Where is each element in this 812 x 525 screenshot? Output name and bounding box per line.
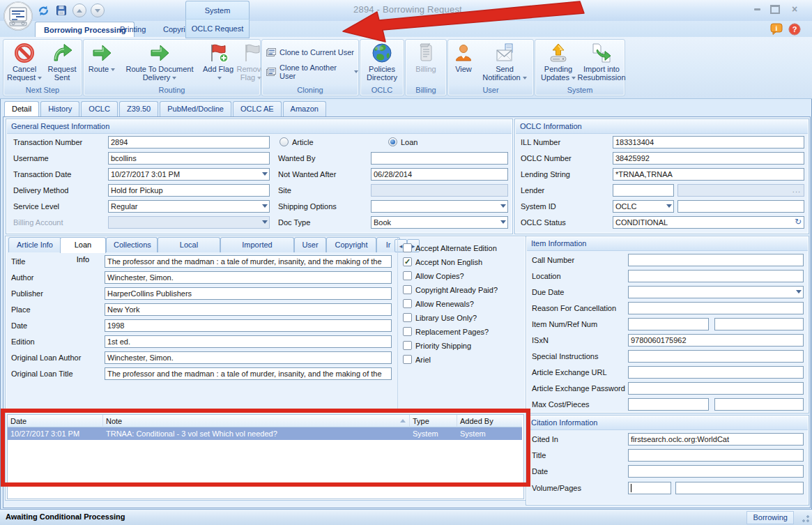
tab-history[interactable]: History [40, 101, 79, 116]
shipping-options-combo[interactable] [371, 200, 508, 213]
policies-directory-button[interactable]: Policies Directory [362, 42, 401, 85]
system-id-combo[interactable]: OCLC [613, 200, 674, 213]
notes-column-added-by[interactable]: Added By [457, 415, 522, 427]
copyright-already-paid-checkbox[interactable]: ✓ [403, 285, 412, 294]
dropdown-arrow-icon[interactable] [500, 220, 506, 224]
transaction-date-combo[interactable]: 10/27/2017 3:01 PM [108, 168, 270, 181]
article-exchange-url-field[interactable] [628, 366, 804, 379]
route-to-document-delivery-button[interactable]: Route To Document Delivery [118, 42, 201, 85]
tab-oclc-ae[interactable]: OCLC AE [233, 101, 282, 116]
notes-column-type[interactable]: Type [410, 415, 457, 427]
clone-to-another-user-button[interactable]: Clone to Another User [266, 65, 358, 79]
dropdown-arrow-icon[interactable] [796, 290, 802, 294]
citation-date-field[interactable] [628, 465, 804, 478]
subtab-local-holdings[interactable]: Local Holdings [158, 237, 220, 252]
item-num-field[interactable] [628, 318, 709, 330]
pending-updates-button[interactable]: Pending Updates [538, 42, 579, 85]
tab-printing[interactable]: Printing [112, 22, 154, 37]
next-request-button[interactable] [91, 3, 105, 17]
subtab-collections[interactable]: Collections [106, 237, 158, 252]
ariel-checkbox[interactable]: ✓ [403, 355, 412, 364]
special-instructions-field[interactable] [628, 350, 804, 363]
feedback-button[interactable]: i [770, 23, 783, 35]
priority-shipping-checkbox[interactable]: ✓ [403, 341, 412, 350]
tab-oclc-request[interactable]: OCLC Request [185, 19, 250, 38]
username-field[interactable]: bcollins [108, 152, 270, 165]
cited-in-field[interactable]: firstsearch.oclc.org:WorldCat [628, 433, 804, 446]
volume-field[interactable] [628, 482, 671, 494]
subtab-article-info[interactable]: Article Info [8, 237, 61, 252]
note-added-by-cell[interactable]: System [457, 427, 522, 440]
publisher-field[interactable]: HarperCollins Publishers [105, 287, 392, 300]
previous-request-button[interactable] [72, 3, 86, 17]
ill-number-field[interactable]: 183313404 [613, 136, 804, 149]
article-exchange-password-field[interactable] [628, 382, 804, 395]
subtab-imported-request[interactable]: Imported Request [220, 237, 294, 252]
edition-field[interactable]: 1st ed. [105, 335, 392, 348]
notes-column-note[interactable]: Note [103, 415, 410, 427]
close-button[interactable]: × [787, 4, 802, 14]
due-date-combo[interactable] [628, 286, 804, 298]
original-loan-author-field[interactable]: Winchester, Simon. [105, 351, 392, 364]
article-radio[interactable] [279, 137, 289, 146]
note-type-cell[interactable]: System [410, 427, 457, 440]
replacement-pages-checkbox[interactable]: ✓ [403, 327, 412, 336]
help-button[interactable]: ? [788, 23, 801, 35]
oclc-number-field[interactable]: 38425992 [613, 152, 804, 165]
maximize-button[interactable] [767, 4, 783, 14]
cancel-request-button[interactable]: Cancel Request [6, 42, 43, 85]
pieces-field[interactable] [714, 398, 804, 411]
transaction-number-field[interactable]: 2894 [108, 136, 270, 149]
send-notification-button[interactable]: Send Notification [477, 42, 532, 85]
accept-non-english-checkbox[interactable]: ✓ [403, 257, 412, 266]
tab-amazon[interactable]: Amazon [283, 101, 326, 116]
tab-oclc[interactable]: OCLC [81, 101, 118, 116]
accept-alternate-edition-checkbox[interactable]: ✓ [403, 243, 412, 252]
resize-grip-icon[interactable] [802, 515, 810, 523]
lender-field[interactable] [613, 184, 674, 197]
request-sent-button[interactable]: Request Sent [44, 42, 80, 85]
dropdown-arrow-icon[interactable] [500, 204, 506, 208]
view-user-button[interactable]: View [451, 42, 476, 85]
service-level-combo[interactable]: Regular [108, 200, 270, 213]
not-wanted-after-field[interactable]: 06/28/2014 [371, 168, 508, 181]
reason-for-cancellation-field[interactable] [628, 302, 804, 314]
citation-title-field[interactable] [628, 449, 804, 462]
original-loan-title-field[interactable]: The professor and the madman : a tale of… [105, 367, 392, 380]
note-date-cell[interactable]: 10/27/2017 3:01 PM [8, 427, 103, 440]
allow-renewals-checkbox[interactable]: ✓ [403, 299, 412, 308]
subtab-user[interactable]: User [294, 237, 326, 252]
date-field[interactable]: 1998 [105, 319, 392, 332]
add-flag-button[interactable]: Add Flag [202, 42, 234, 85]
system-id-extra-field[interactable] [677, 200, 804, 213]
tab-z3950[interactable]: Z39.50 [119, 101, 158, 116]
refresh-button[interactable] [36, 3, 50, 17]
minimize-button[interactable] [749, 4, 765, 14]
save-button[interactable] [54, 3, 68, 17]
isxn-field[interactable]: 9780060175962 [628, 334, 804, 347]
place-field[interactable]: New York [105, 303, 392, 316]
author-field[interactable]: Winchester, Simon. [105, 271, 392, 284]
lending-string-field[interactable]: *TRNAA,TRNAA [613, 168, 804, 181]
loan-radio[interactable] [388, 137, 397, 146]
dropdown-arrow-icon[interactable] [666, 204, 672, 208]
call-number-field[interactable] [628, 254, 804, 266]
ref-num-field[interactable] [714, 318, 804, 330]
location-field[interactable] [628, 270, 804, 282]
allow-copies-checkbox[interactable]: ✓ [403, 271, 412, 280]
wanted-by-field[interactable] [371, 152, 508, 165]
dropdown-arrow-icon[interactable] [262, 204, 268, 208]
note-text-cell[interactable]: TRNAA: Conditional - 3 vol set Which vol… [103, 427, 410, 440]
clone-to-current-user-button[interactable]: Clone to Current User [266, 45, 354, 59]
import-into-resubmission-button[interactable]: Import into Resubmission [580, 42, 623, 85]
dropdown-arrow-icon[interactable] [262, 172, 268, 176]
max-cost-field[interactable] [628, 398, 709, 411]
route-button[interactable]: Route [86, 42, 117, 85]
subtab-copyright[interactable]: Copyright [326, 237, 376, 252]
refresh-status-icon[interactable]: ↻ [795, 218, 802, 227]
pages-field[interactable] [675, 482, 804, 494]
title-field[interactable]: The professor and the madman : a tale of… [105, 255, 392, 268]
notes-column-date[interactable]: Date [8, 415, 103, 427]
delivery-method-field[interactable]: Hold for Pickup [108, 184, 270, 197]
tab-detail[interactable]: Detail [4, 101, 39, 117]
